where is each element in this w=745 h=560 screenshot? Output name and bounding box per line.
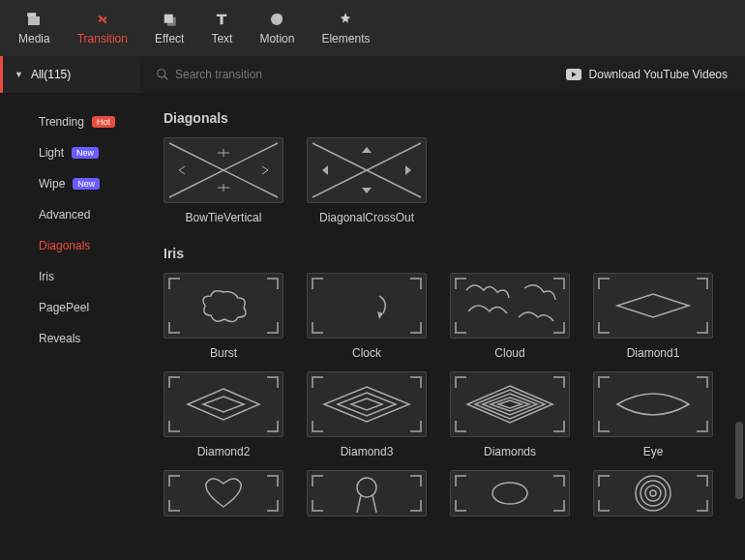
- elements-icon: [337, 11, 354, 28]
- transition-card-diamond3[interactable]: Diamond3: [307, 371, 427, 458]
- thumb: [450, 273, 570, 339]
- svg-point-28: [645, 486, 661, 501]
- sidebar-item-label: Diagonals: [39, 239, 90, 252]
- sidebar-item-wipe[interactable]: WipeNew: [0, 168, 140, 199]
- tab-label: Media: [18, 32, 50, 45]
- thumb: [593, 371, 713, 437]
- svg-marker-23: [498, 400, 522, 408]
- download-youtube-link[interactable]: Download YouTube Videos: [566, 68, 745, 81]
- section-title-iris: Iris: [164, 246, 728, 261]
- card-label: Diamonds: [450, 445, 570, 458]
- sidebar-item-reveals[interactable]: Reveals: [0, 323, 140, 354]
- text-icon: [213, 11, 230, 28]
- thumb: [307, 470, 427, 516]
- svg-marker-18: [351, 398, 382, 410]
- transition-card-cloud[interactable]: Cloud: [450, 273, 570, 360]
- card-label: Eye: [593, 445, 713, 458]
- search-icon: [156, 68, 169, 81]
- thumb: [307, 371, 427, 437]
- toolbar: ▼ All(115) Download YouTube Videos: [0, 56, 745, 93]
- sidebar-item-light[interactable]: LightNew: [0, 137, 140, 168]
- top-tabs: MediaTransitionEffectTextMotionElements: [0, 0, 745, 56]
- svg-marker-13: [617, 294, 689, 317]
- transition-card-burst[interactable]: Burst: [164, 273, 283, 360]
- card-label: Diamond2: [164, 445, 283, 458]
- category-dropdown[interactable]: ▼ All(115): [0, 56, 140, 93]
- transition-card-eye[interactable]: Eye: [593, 371, 713, 458]
- transition-card-keyhole[interactable]: [307, 470, 427, 516]
- tab-text[interactable]: Text: [197, 5, 246, 51]
- tab-media[interactable]: Media: [5, 5, 64, 51]
- thumb: [593, 470, 713, 516]
- svg-marker-14: [188, 389, 259, 420]
- thumb: [307, 273, 427, 339]
- svg-point-24: [357, 478, 376, 497]
- transition-card-diamond2[interactable]: Diamond2: [164, 371, 283, 458]
- transition-card-diamonds[interactable]: Diamonds: [450, 371, 570, 458]
- sidebar-item-diagonals[interactable]: Diagonals: [0, 230, 140, 261]
- card-label: Burst: [164, 346, 283, 360]
- tab-effect[interactable]: Effect: [141, 5, 197, 51]
- sidebar-item-pagepeel[interactable]: PagePeel: [0, 292, 140, 323]
- thumb: [593, 273, 713, 339]
- category-dropdown-label: All(115): [31, 68, 71, 81]
- sidebar-item-label: Light: [39, 146, 64, 160]
- svg-point-29: [650, 490, 656, 496]
- sidebar-item-iris[interactable]: Iris: [0, 261, 140, 292]
- svg-rect-2: [167, 17, 176, 26]
- thumb: [450, 371, 570, 437]
- thumb: [164, 137, 283, 203]
- tab-label: Text: [211, 32, 232, 45]
- sidebar-item-advanced[interactable]: Advanced: [0, 199, 140, 230]
- transition-card-rings[interactable]: [593, 470, 713, 516]
- svg-point-25: [492, 483, 527, 504]
- svg-marker-15: [203, 397, 244, 412]
- youtube-icon: [566, 69, 581, 80]
- tab-elements[interactable]: Elements: [308, 5, 383, 51]
- effect-icon: [161, 11, 178, 28]
- badge-new: New: [73, 178, 100, 190]
- thumb: [450, 470, 570, 516]
- card-label: Diamond3: [307, 445, 427, 458]
- thumb: [164, 470, 283, 516]
- card-label: Diamond1: [593, 346, 713, 360]
- svg-rect-0: [28, 13, 37, 16]
- search-wrap: [140, 68, 566, 81]
- badge-hot: Hot: [92, 116, 115, 128]
- tab-transition[interactable]: Transition: [64, 5, 141, 51]
- content: DiagonalsBowTieVerticalDiagonalCrossOutI…: [140, 93, 745, 560]
- grid-iris: BurstClockCloudDiamond1Diamond2Diamond3D…: [164, 273, 728, 516]
- thumb: [307, 137, 427, 203]
- card-label: BowTieVertical: [164, 211, 283, 224]
- scrollbar[interactable]: [735, 422, 743, 499]
- search-input[interactable]: [175, 68, 349, 81]
- main: TrendingHotLightNewWipeNewAdvancedDiagon…: [0, 93, 745, 560]
- tab-motion[interactable]: Motion: [246, 5, 308, 51]
- svg-marker-17: [338, 393, 396, 416]
- svg-point-5: [158, 70, 165, 77]
- transition-card-bowtievertical[interactable]: BowTieVertical: [164, 137, 283, 224]
- tab-label: Motion: [259, 32, 294, 45]
- badge-new: New: [72, 147, 99, 159]
- sidebar-item-label: PagePeel: [39, 301, 89, 314]
- grid-diagonals: BowTieVerticalDiagonalCrossOut: [164, 137, 728, 224]
- svg-point-27: [641, 481, 666, 506]
- tab-label: Transition: [77, 32, 128, 45]
- transition-card-diagonalcrossout[interactable]: DiagonalCrossOut: [307, 137, 427, 224]
- thumb: [164, 371, 283, 437]
- svg-marker-19: [467, 386, 552, 423]
- transition-icon: [94, 11, 111, 28]
- sidebar: TrendingHotLightNewWipeNewAdvancedDiagon…: [0, 93, 140, 560]
- section-title-diagonals: Diagonals: [164, 110, 728, 126]
- tab-label: Effect: [155, 32, 184, 45]
- card-label: Clock: [307, 346, 427, 360]
- transition-card-heart[interactable]: [164, 470, 283, 516]
- transition-card-oval[interactable]: [450, 470, 570, 516]
- sidebar-item-label: Reveals: [39, 332, 80, 345]
- thumb: [164, 273, 283, 339]
- media-icon: [25, 11, 43, 28]
- sidebar-item-label: Wipe: [39, 177, 65, 191]
- sidebar-item-trending[interactable]: TrendingHot: [0, 106, 140, 137]
- transition-card-diamond1[interactable]: Diamond1: [593, 273, 713, 360]
- transition-card-clock[interactable]: Clock: [307, 273, 427, 360]
